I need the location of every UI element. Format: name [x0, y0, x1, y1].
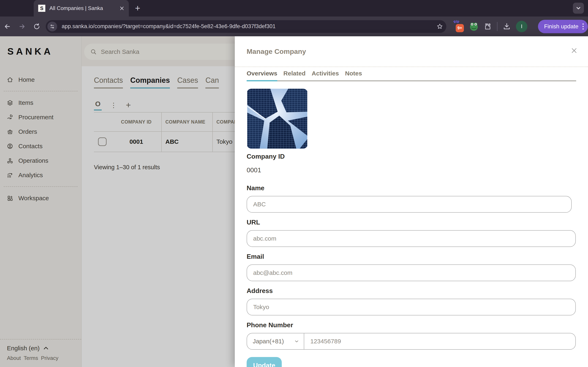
company-id-label: Company ID — [247, 153, 576, 160]
extensions-area: 9+ I Finish update — [452, 20, 588, 33]
panel-tab-activities[interactable]: Activities — [311, 70, 339, 80]
finish-update-button[interactable]: Finish update — [538, 20, 588, 33]
finish-update-label: Finish update — [544, 23, 579, 30]
panel-tab-overviews[interactable]: Overviews — [247, 70, 277, 81]
frog-extension-icon[interactable] — [469, 22, 479, 31]
address-bar[interactable]: app.sanka.io/companies/?target=company&i… — [46, 20, 446, 33]
bookmark-star-icon[interactable] — [437, 23, 443, 30]
browser-tab[interactable]: S All Companies | Sanka — [34, 0, 129, 17]
site-settings-icon[interactable] — [47, 22, 57, 31]
address-field[interactable] — [247, 299, 576, 315]
panel-close-button[interactable] — [570, 46, 579, 55]
url-text: app.sanka.io/companies/?target=company&i… — [62, 23, 432, 30]
browser-window: S All Companies | Sanka + app.sanka.io/c… — [0, 0, 588, 367]
tab-title: All Companies | Sanka — [49, 5, 115, 11]
url-field[interactable] — [247, 230, 576, 247]
url-label: URL — [247, 218, 576, 226]
notification-extension-icon[interactable]: 9+ — [452, 21, 464, 32]
app-viewport: SANKA Home Items Procurement Orders — [0, 36, 588, 367]
panel-divider — [235, 67, 588, 67]
back-button[interactable] — [0, 23, 15, 30]
email-label: Email — [247, 253, 576, 260]
reload-button[interactable] — [29, 23, 44, 30]
panel-tabs: Overviews Related Activities Notes — [247, 70, 576, 81]
tab-search-button[interactable] — [573, 3, 584, 14]
browser-toolbar: app.sanka.io/companies/?target=company&i… — [0, 17, 588, 36]
chevron-down-icon — [294, 339, 299, 344]
favicon: S — [38, 5, 45, 12]
company-id-value: 0001 — [247, 166, 576, 174]
name-label: Name — [247, 184, 576, 192]
update-button[interactable]: Update — [247, 357, 282, 367]
extensions-puzzle-icon[interactable] — [484, 23, 492, 30]
panel-title: Manage Company — [247, 36, 576, 55]
tab-close-icon[interactable] — [120, 6, 124, 11]
panel-tab-related[interactable]: Related — [283, 70, 305, 80]
phone-country-select[interactable]: Japan(+81) — [247, 333, 304, 350]
phone-number-field[interactable] — [304, 333, 576, 350]
new-tab-button[interactable]: + — [132, 3, 143, 13]
address-label: Address — [247, 287, 576, 295]
toolbar-divider — [497, 22, 498, 31]
forward-button[interactable] — [15, 23, 29, 30]
downloads-icon[interactable] — [503, 23, 511, 30]
name-field[interactable] — [247, 196, 572, 213]
chevron-down-icon — [575, 5, 581, 11]
profile-avatar[interactable]: I — [516, 21, 527, 32]
manage-company-panel: Manage Company Overviews Related Activit… — [235, 36, 588, 367]
browser-tab-strip: S All Companies | Sanka + — [0, 0, 588, 17]
email-field[interactable] — [247, 264, 576, 281]
phone-label: Phone Number — [247, 321, 576, 329]
company-photo — [247, 89, 308, 149]
close-icon — [571, 47, 578, 54]
extension-badge: 9+ — [456, 24, 464, 32]
panel-tab-notes[interactable]: Notes — [345, 70, 362, 80]
browser-menu-icon[interactable] — [582, 24, 584, 30]
